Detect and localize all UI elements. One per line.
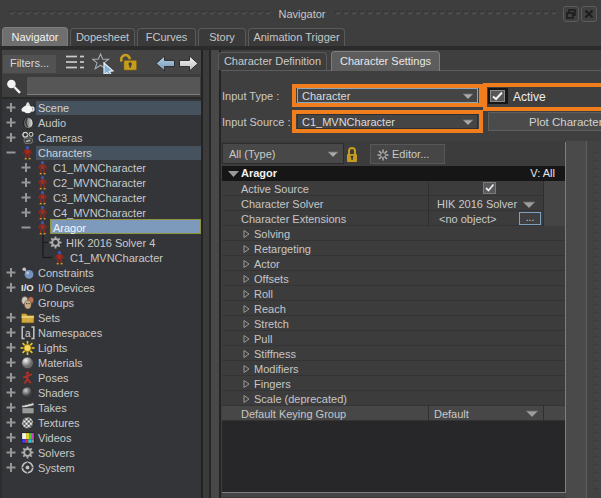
svg-text:a: a [25, 328, 31, 339]
svg-text:I/O: I/O [21, 282, 34, 293]
